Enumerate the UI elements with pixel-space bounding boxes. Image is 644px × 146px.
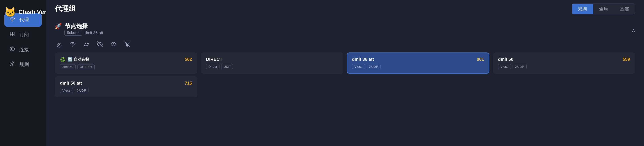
globe-icon	[9, 46, 15, 53]
proxy-card-dmit36att-top: dmit 36 att 801	[352, 57, 484, 62]
filter-clear-icon[interactable]	[124, 41, 130, 48]
proxy-group-title-container: 🚀 节点选择 Selector dmit 36 att	[55, 22, 103, 38]
vless-tag-1: Vless	[352, 64, 365, 69]
proxy-group-title-row: 🚀 节点选择	[55, 22, 103, 30]
speed-test-icon[interactable]	[69, 41, 76, 48]
svg-rect-1	[10, 32, 12, 34]
auto-select-subtitle: dmit 50	[60, 64, 76, 69]
global-mode-button[interactable]: 全局	[593, 4, 614, 14]
auto-select-tags: dmit 50 URLTest	[60, 64, 192, 69]
sidebar-item-subscribe[interactable]: 订阅	[4, 28, 42, 41]
topbar: 代理组 规则 全局 直连	[46, 0, 644, 17]
sidebar: 🐱 Clash Verge 代理 订阅	[0, 0, 46, 146]
svg-rect-3	[12, 32, 14, 34]
sidebar-rules-label: 规则	[19, 61, 29, 68]
proxy-cards-row2: dmit 50 att 715 Vless XUDP	[55, 76, 635, 97]
proxy-card-auto-select[interactable]: ♻️ 🔄 自动选择 562 dmit 50 URLTest	[55, 52, 197, 74]
dmit50-name: dmit 50	[498, 57, 514, 62]
proxy-card-dmit50att-top: dmit 50 att 715	[60, 81, 192, 86]
proxy-card-direct[interactable]: DIRECT Direct UDP	[201, 52, 344, 74]
xudp-tag-3: XUDP	[75, 88, 89, 93]
xudp-tag-1: XUDP	[367, 64, 381, 69]
dmit50-tags: Vless XUDP	[498, 64, 630, 69]
direct-name: DIRECT	[206, 57, 222, 62]
sidebar-connections-label: 连接	[19, 46, 29, 53]
dmit36att-latency: 801	[477, 57, 484, 62]
urltest-tag: URLTest	[77, 64, 94, 69]
proxy-card-dmit50-top: dmit 50 559	[498, 57, 630, 62]
direct-mode-button[interactable]: 直连	[614, 4, 635, 14]
page-title: 代理组	[55, 4, 76, 13]
dmit50-latency: 559	[623, 57, 630, 62]
proxy-cards-row1: ♻️ 🔄 自动选择 562 dmit 50 URLTest DIRECT Di	[55, 52, 635, 74]
svg-rect-4	[12, 34, 14, 36]
selector-badge: Selector	[64, 30, 82, 36]
logo-icon: 🐱	[4, 7, 16, 17]
dmit50att-name: dmit 50 att	[60, 81, 82, 86]
target-icon[interactable]: ◎	[56, 41, 63, 48]
proxy-group-current: dmit 36 att	[85, 31, 103, 35]
proxy-card-dmit50[interactable]: dmit 50 559 Vless XUDP	[493, 52, 636, 74]
svg-rect-2	[10, 34, 12, 36]
xudp-tag-2: XUDP	[512, 64, 526, 69]
dmit36att-name: dmit 36 att	[352, 57, 374, 62]
mode-buttons: 规则 全局 直连	[572, 3, 635, 14]
sort-az-icon[interactable]: AZ	[83, 42, 90, 47]
proxy-card-dmit50att[interactable]: dmit 50 att 715 Vless XUDP	[55, 76, 197, 97]
rules-mode-button[interactable]: 规则	[572, 4, 593, 14]
dmit50att-tags: Vless XUDP	[60, 88, 192, 93]
svg-point-8	[72, 46, 73, 46]
dmit50att-latency: 715	[185, 81, 192, 86]
proxy-group-emoji: 🚀	[55, 23, 62, 29]
proxy-card-dmit36att[interactable]: dmit 36 att 801 Vless XUDP	[347, 52, 489, 74]
proxy-group-header[interactable]: 🚀 节点选择 Selector dmit 36 att ∧	[55, 17, 635, 40]
direct-tag: Direct	[206, 64, 220, 69]
auto-select-latency: 562	[185, 57, 192, 62]
rules-icon	[9, 61, 15, 68]
direct-tags: Direct UDP	[206, 64, 338, 69]
subscribe-icon	[9, 31, 15, 38]
udp-tag: UDP	[221, 64, 233, 69]
proxy-toolbar: ◎ AZ	[55, 40, 635, 52]
hide-filtered-icon[interactable]	[96, 41, 104, 48]
svg-point-7	[12, 63, 13, 64]
vless-tag-2: Vless	[498, 64, 511, 69]
proxy-group-meta: Selector dmit 36 att	[55, 30, 103, 38]
proxy-card-auto-top: ♻️ 🔄 自动选择 562	[60, 57, 192, 62]
sidebar-item-rules[interactable]: 规则	[4, 58, 42, 71]
svg-point-10	[113, 43, 114, 45]
auto-select-name: ♻️ 🔄 自动选择	[60, 57, 89, 62]
sidebar-subscribe-label: 订阅	[19, 31, 29, 38]
show-icon[interactable]	[110, 41, 117, 48]
dmit36att-tags: Vless XUDP	[352, 64, 484, 69]
sidebar-item-connections[interactable]: 连接	[4, 43, 42, 56]
recycle-icon: ♻️	[60, 57, 66, 62]
chevron-up-icon: ∧	[632, 27, 635, 33]
proxy-group-name: 节点选择	[65, 22, 88, 30]
vless-tag-3: Vless	[60, 88, 73, 93]
proxy-card-direct-top: DIRECT	[206, 57, 338, 62]
content-area: 🚀 节点选择 Selector dmit 36 att ∧ ◎	[46, 17, 644, 146]
main-content: 代理组 规则 全局 直连 🚀 节点选择 Selector dmit 36 att…	[46, 0, 644, 146]
